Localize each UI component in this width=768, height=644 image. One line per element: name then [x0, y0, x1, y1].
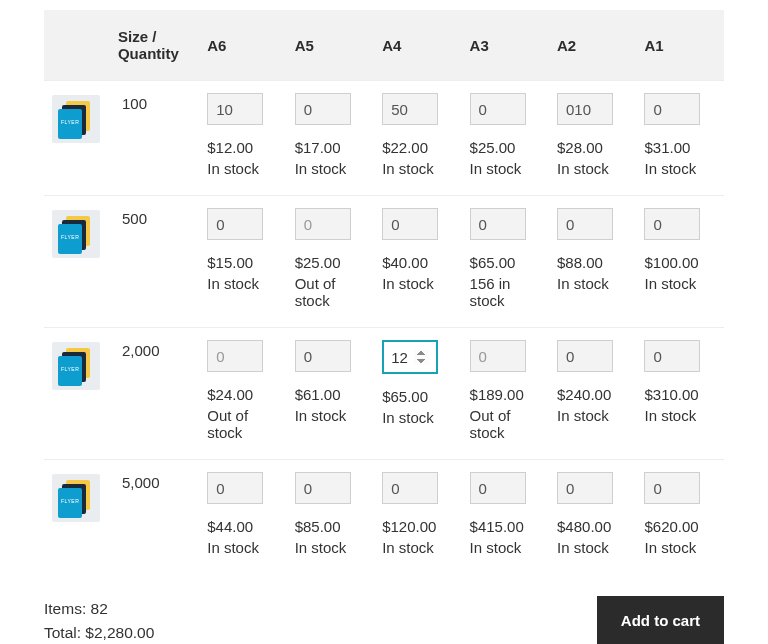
price-label: $28.00 [557, 139, 628, 156]
add-to-cart-button[interactable]: Add to cart [597, 596, 724, 644]
quantity-input[interactable] [382, 93, 438, 125]
quantity-input[interactable] [644, 472, 700, 504]
product-thumbnail: FLYER [52, 474, 100, 522]
variant-cell: $65.00In stock [374, 328, 461, 460]
variant-cell: $85.00In stock [287, 460, 374, 575]
table-row: FLYER5,000$44.00In stock$85.00In stock$1… [44, 460, 724, 575]
quantity-input[interactable] [207, 208, 263, 240]
size-header-a1: A1 [636, 10, 724, 81]
stock-label: In stock [207, 160, 278, 177]
stock-label: In stock [644, 275, 716, 292]
stock-label: In stock [382, 409, 453, 426]
quantity-input[interactable] [382, 340, 438, 374]
variant-cell: $240.00In stock [549, 328, 636, 460]
size-header-a3: A3 [462, 10, 549, 81]
quantity-input[interactable] [470, 93, 526, 125]
quantity-input[interactable] [295, 208, 351, 240]
quantity-input[interactable] [470, 208, 526, 240]
stock-label: In stock [470, 539, 541, 556]
stock-label: Out of stock [295, 275, 366, 309]
price-label: $40.00 [382, 254, 453, 271]
variant-cell: $31.00In stock [636, 81, 724, 196]
product-thumbnail: FLYER [52, 342, 100, 390]
stock-label: In stock [557, 539, 628, 556]
items-total: Items: 82 [44, 597, 154, 620]
stock-label: In stock [557, 160, 628, 177]
variant-cell: $25.00Out of stock [287, 196, 374, 328]
quantity-input[interactable] [295, 472, 351, 504]
quantity-input[interactable] [470, 340, 526, 372]
quantity-input[interactable] [644, 208, 700, 240]
price-label: $120.00 [382, 518, 453, 535]
variant-cell: $415.00In stock [462, 460, 549, 575]
quantity-input[interactable] [295, 93, 351, 125]
quantity-input[interactable] [207, 472, 263, 504]
variant-cell: $12.00In stock [199, 81, 286, 196]
quantity-input[interactable] [382, 208, 438, 240]
size-header-a5: A5 [287, 10, 374, 81]
variant-cell: $88.00In stock [549, 196, 636, 328]
price-label: $85.00 [295, 518, 366, 535]
stock-label: 156 in stock [470, 275, 541, 309]
variant-cell: $22.00In stock [374, 81, 461, 196]
stock-label: Out of stock [207, 407, 278, 441]
stock-label: In stock [295, 160, 366, 177]
table-row: FLYER500$15.00In stock$25.00Out of stock… [44, 196, 724, 328]
price-label: $31.00 [644, 139, 716, 156]
price-label: $88.00 [557, 254, 628, 271]
price-label: $65.00 [470, 254, 541, 271]
size-header-a4: A4 [374, 10, 461, 81]
variant-cell: $24.00Out of stock [199, 328, 286, 460]
table-row: FLYER2,000$24.00Out of stock$61.00In sto… [44, 328, 724, 460]
product-thumbnail: FLYER [52, 210, 100, 258]
size-quantity-header: Size / Quantity [114, 10, 199, 81]
stock-label: In stock [557, 407, 628, 424]
thumbnail-header [44, 10, 114, 81]
variant-cell: $40.00In stock [374, 196, 461, 328]
stock-label: In stock [382, 160, 453, 177]
price-label: $25.00 [295, 254, 366, 271]
stock-label: In stock [295, 407, 366, 424]
variant-cell: $310.00In stock [636, 328, 724, 460]
bulk-order-table: Size / Quantity A6 A5 A4 A3 A2 A1 FLYER1… [44, 10, 724, 574]
size-header-a6: A6 [199, 10, 286, 81]
variant-cell: $17.00In stock [287, 81, 374, 196]
quantity-input[interactable] [557, 472, 613, 504]
quantity-input[interactable] [557, 340, 613, 372]
quantity-input[interactable] [470, 472, 526, 504]
stock-label: In stock [557, 275, 628, 292]
quantity-input[interactable] [557, 208, 613, 240]
quantity-input[interactable] [207, 93, 263, 125]
price-label: $12.00 [207, 139, 278, 156]
price-label: $415.00 [470, 518, 541, 535]
stock-label: In stock [382, 539, 453, 556]
price-label: $189.00 [470, 386, 541, 403]
quantity-input[interactable] [382, 472, 438, 504]
variant-cell: $65.00156 in stock [462, 196, 549, 328]
table-row: FLYER100$12.00In stock$17.00In stock$22.… [44, 81, 724, 196]
price-label: $620.00 [644, 518, 716, 535]
product-thumbnail: FLYER [52, 95, 100, 143]
quantity-input[interactable] [644, 93, 700, 125]
variant-cell: $28.00In stock [549, 81, 636, 196]
quantity-label: 2,000 [114, 328, 199, 460]
quantity-input[interactable] [644, 340, 700, 372]
stock-label: In stock [470, 160, 541, 177]
variant-cell: $189.00Out of stock [462, 328, 549, 460]
variant-cell: $480.00In stock [549, 460, 636, 575]
price-label: $310.00 [644, 386, 716, 403]
stock-label: In stock [207, 539, 278, 556]
price-label: $65.00 [382, 388, 453, 405]
stock-label: In stock [207, 275, 278, 292]
quantity-input[interactable] [557, 93, 613, 125]
variant-cell: $44.00In stock [199, 460, 286, 575]
price-label: $17.00 [295, 139, 366, 156]
price-label: $25.00 [470, 139, 541, 156]
quantity-input[interactable] [295, 340, 351, 372]
quantity-label: 500 [114, 196, 199, 328]
stock-label: In stock [644, 539, 716, 556]
price-label: $15.00 [207, 254, 278, 271]
quantity-label: 5,000 [114, 460, 199, 575]
size-header-a2: A2 [549, 10, 636, 81]
quantity-input[interactable] [207, 340, 263, 372]
